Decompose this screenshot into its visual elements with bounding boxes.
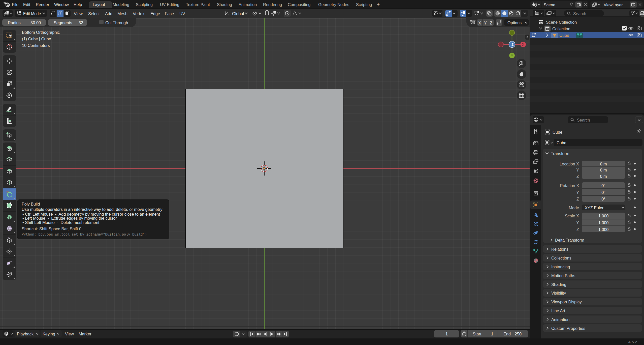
- svg-text:X: X: [522, 43, 524, 46]
- svg-text:-Z: -Z: [510, 43, 513, 46]
- svg-text:Y: Y: [511, 54, 513, 58]
